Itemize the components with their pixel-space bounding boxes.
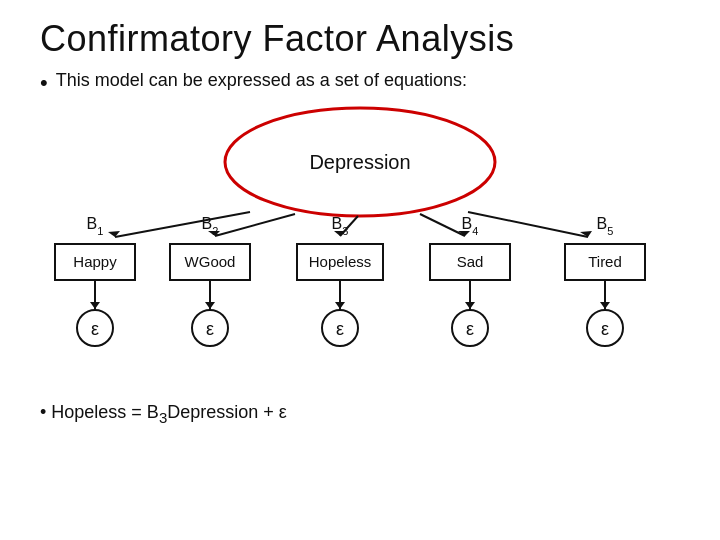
svg-text:Hopeless: Hopeless xyxy=(309,253,372,270)
svg-rect-19 xyxy=(170,244,250,280)
svg-rect-21 xyxy=(297,244,383,280)
svg-text:ε: ε xyxy=(466,319,474,339)
svg-point-0 xyxy=(225,108,495,216)
svg-point-37 xyxy=(77,310,113,346)
diagram-area: Depression B1 B2 B3 B4 B5 xyxy=(40,104,680,394)
svg-text:B1: B1 xyxy=(87,215,104,237)
bullet-dot-1: • xyxy=(40,70,48,96)
svg-point-39 xyxy=(192,310,228,346)
svg-text:B2: B2 xyxy=(202,215,219,237)
bullet-2: • Hopeless = B3Depression + ε xyxy=(40,402,680,426)
svg-text:B3: B3 xyxy=(332,215,349,237)
svg-line-9 xyxy=(215,214,295,236)
svg-rect-25 xyxy=(565,244,645,280)
svg-text:Depression: Depression xyxy=(309,151,410,173)
svg-line-11 xyxy=(340,216,358,236)
svg-point-43 xyxy=(452,310,488,346)
svg-line-15 xyxy=(468,212,588,237)
svg-text:ε: ε xyxy=(601,319,609,339)
svg-marker-32 xyxy=(335,302,345,309)
svg-line-13 xyxy=(420,214,465,236)
svg-text:Tired: Tired xyxy=(588,253,622,270)
bullet-1: • This model can be expressed as a set o… xyxy=(40,70,680,96)
svg-marker-16 xyxy=(580,231,592,237)
page: Confirmatory Factor Analysis • This mode… xyxy=(0,0,720,540)
svg-marker-30 xyxy=(205,302,215,309)
svg-text:Happy: Happy xyxy=(73,253,117,270)
svg-marker-28 xyxy=(90,302,100,309)
svg-marker-8 xyxy=(108,231,120,237)
svg-text:WGood: WGood xyxy=(185,253,236,270)
svg-text:ε: ε xyxy=(91,319,99,339)
page-title: Confirmatory Factor Analysis xyxy=(40,18,680,60)
svg-rect-23 xyxy=(430,244,510,280)
svg-text:ε: ε xyxy=(206,319,214,339)
svg-rect-17 xyxy=(55,244,135,280)
bullet-dot-2: • xyxy=(40,402,51,422)
svg-marker-14 xyxy=(458,231,470,236)
svg-text:Sad: Sad xyxy=(457,253,484,270)
svg-point-45 xyxy=(587,310,623,346)
svg-text:ε: ε xyxy=(336,319,344,339)
bullet-1-text: This model can be expressed as a set of … xyxy=(56,70,467,91)
svg-marker-12 xyxy=(334,231,346,236)
svg-text:B4: B4 xyxy=(462,215,479,237)
svg-point-41 xyxy=(322,310,358,346)
svg-marker-34 xyxy=(465,302,475,309)
bullet-2-text: Hopeless = B3Depression + ε xyxy=(51,402,287,422)
diagram-svg: Depression B1 B2 B3 B4 B5 xyxy=(40,104,680,394)
svg-text:B5: B5 xyxy=(597,215,614,237)
svg-marker-36 xyxy=(600,302,610,309)
svg-line-7 xyxy=(115,212,250,237)
svg-marker-10 xyxy=(208,231,220,236)
